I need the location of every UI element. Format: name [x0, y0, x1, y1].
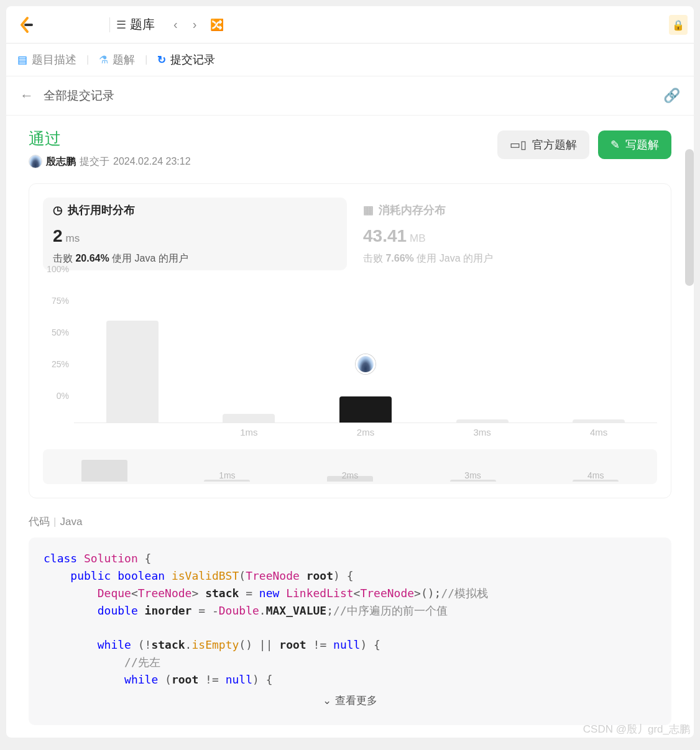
runtime-beats: 击败 20.64% 使用 Java 的用户	[53, 252, 337, 265]
chart-bar[interactable]	[223, 414, 275, 423]
runtime-distribution-chart: 0%25%50%75%100% 1ms2ms3ms4ms	[74, 279, 657, 441]
status-text: 通过	[29, 128, 191, 150]
tab-label: 题目描述	[32, 52, 76, 67]
clock-icon: ◷	[53, 203, 63, 217]
status-row: 通过 殷志鹏 提交于 2024.02.24 23:12 ▭▯ 官方题解 ✎ 写题…	[29, 128, 671, 168]
tab-description[interactable]: ▤ 题目描述	[17, 52, 76, 67]
button-label: 写题解	[625, 137, 659, 152]
runtime-panel[interactable]: ◷执行用时分布 2 ms 击败 20.64% 使用 Java 的用户	[43, 198, 347, 270]
tab-label: 提交记录	[170, 52, 215, 67]
chevron-down-icon: ⌄	[323, 694, 331, 707]
stat-title: 执行用时分布	[68, 203, 135, 217]
x-tick: 3ms	[473, 427, 490, 437]
stats-card: ◷执行用时分布 2 ms 击败 20.64% 使用 Java 的用户 ▦消耗内存…	[29, 183, 671, 498]
leetcode-logo	[17, 16, 35, 34]
tab-label: 题解	[113, 52, 135, 67]
show-more-label: 查看更多	[335, 693, 377, 708]
chip-icon: ▦	[363, 203, 374, 217]
minimap-label: 1ms	[219, 470, 235, 480]
y-tick: 75%	[43, 296, 74, 306]
x-tick: 1ms	[240, 427, 257, 437]
minimap-label: 2ms	[342, 470, 358, 480]
chart-bar[interactable]	[573, 419, 625, 423]
submitted-label: 提交于	[80, 155, 109, 168]
tab-submissions[interactable]: ↻ 提交记录	[157, 52, 215, 67]
description-icon: ▤	[17, 53, 27, 66]
avatar[interactable]	[29, 155, 42, 168]
official-solution-button[interactable]: ▭▯ 官方题解	[497, 130, 589, 159]
button-label: 官方题解	[532, 137, 577, 152]
tab-solutions[interactable]: ⚗ 题解	[99, 52, 135, 67]
sub-header: ← 全部提交记录 🔗	[6, 76, 694, 116]
memory-panel[interactable]: ▦消耗内存分布 43.41 MB 击败 7.66% 使用 Java 的用户	[353, 198, 657, 270]
memory-value: 43.41	[363, 226, 407, 246]
chart-bar[interactable]	[106, 321, 159, 423]
code-header: 代码|Java	[29, 514, 671, 529]
tabs: ▤ 题目描述 | ⚗ 题解 | ↻ 提交记录	[6, 43, 694, 76]
next-problem-button[interactable]: ›	[185, 15, 205, 34]
y-tick: 100%	[43, 264, 74, 274]
top-bar: ☰ 题库 ‹ › 🔀 🔒	[6, 6, 694, 43]
y-tick: 0%	[43, 391, 74, 401]
shuffle-icon[interactable]: 🔀	[210, 18, 224, 32]
back-button[interactable]: ←	[20, 88, 34, 104]
minimap-label: 4ms	[587, 470, 604, 480]
chart-bar[interactable]	[339, 396, 392, 423]
sub-header-title: 全部提交记录	[44, 88, 663, 104]
divider	[109, 17, 110, 32]
code-block: class Solution { public boolean isValidB…	[29, 537, 671, 725]
history-icon: ↻	[157, 53, 166, 66]
divider: |	[145, 54, 147, 65]
content-card: ▤ 题目描述 | ⚗ 题解 | ↻ 提交记录 ← 全部提交记录 🔗 通过 殷志鹏…	[6, 43, 694, 738]
code-language: Java	[60, 516, 82, 528]
problems-link[interactable]: 题库	[130, 16, 155, 33]
chart-bar[interactable]	[456, 419, 509, 423]
runtime-value: 2	[53, 226, 63, 246]
memory-unit: MB	[410, 232, 426, 245]
watermark: CSDN @殷丿grd_志鹏	[583, 722, 690, 736]
avatar	[356, 354, 375, 374]
copy-link-icon[interactable]: 🔗	[663, 88, 680, 104]
user-marker	[356, 354, 375, 374]
edit-icon: ✎	[610, 138, 620, 152]
submitter-info: 殷志鹏 提交于 2024.02.24 23:12	[29, 155, 191, 168]
runtime-unit: ms	[66, 232, 80, 245]
y-tick: 25%	[43, 359, 74, 369]
memory-beats: 击败 7.66% 使用 Java 的用户	[363, 252, 647, 265]
divider: |	[86, 54, 89, 65]
prev-problem-button[interactable]: ‹	[166, 15, 185, 34]
y-tick: 50%	[43, 327, 74, 337]
x-tick: 2ms	[357, 427, 374, 437]
list-icon: ☰	[116, 18, 126, 32]
user-name[interactable]: 殷志鹏	[46, 155, 76, 168]
show-more-button[interactable]: ⌄ 查看更多	[44, 688, 656, 713]
submitted-time: 2024.02.24 23:12	[113, 156, 191, 167]
premium-lock-icon[interactable]: 🔒	[669, 15, 688, 35]
stat-title: 消耗内存分布	[379, 203, 446, 217]
x-tick: 4ms	[590, 427, 607, 437]
chart-minimap[interactable]: 1ms2ms3ms4ms	[43, 449, 657, 484]
minimap-label: 3ms	[464, 470, 481, 480]
minimap-bar	[81, 460, 127, 482]
flask-icon: ⚗	[99, 53, 108, 66]
write-solution-button[interactable]: ✎ 写题解	[598, 130, 671, 159]
book-icon: ▭▯	[510, 138, 527, 152]
